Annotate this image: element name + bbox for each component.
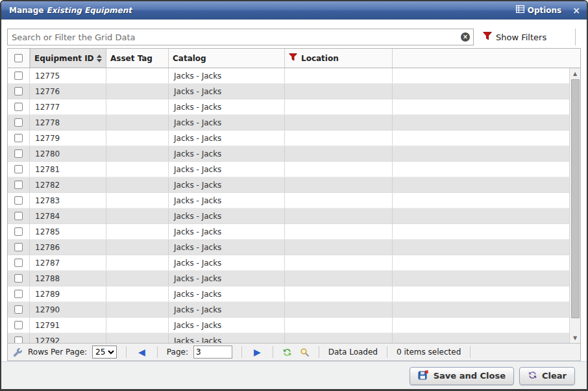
show-filters-button[interactable]: Show Filters xyxy=(483,32,546,42)
equipment-id-cell: 12776 xyxy=(30,84,106,99)
manage-equipment-dialog: Manage Existing Equipment Options × × xyxy=(0,0,588,391)
save-and-close-button[interactable]: Save and Close xyxy=(410,367,514,385)
column-header-catalog[interactable]: Catalog xyxy=(169,49,285,68)
column-header-asset-tag[interactable]: Asset Tag xyxy=(106,49,169,68)
asset-tag-cell xyxy=(106,68,169,83)
table-row[interactable]: 12775Jacks - Jacks xyxy=(8,68,569,84)
row-checkbox[interactable] xyxy=(14,196,23,205)
checkbox-cell xyxy=(8,68,30,83)
options-button[interactable]: Options xyxy=(516,5,562,15)
titlebar-controls: Options × xyxy=(516,5,580,15)
table-row[interactable]: 12780Jacks - Jacks xyxy=(8,146,569,162)
row-checkbox[interactable] xyxy=(14,87,23,95)
column-header-location[interactable]: Location xyxy=(285,49,393,68)
table-row[interactable]: 12778Jacks - Jacks xyxy=(8,115,569,131)
divider xyxy=(157,346,158,358)
table-row[interactable]: 12783Jacks - Jacks xyxy=(8,193,569,208)
status-loaded: Data Loaded xyxy=(328,347,378,357)
empty-cell xyxy=(393,115,569,130)
row-checkbox[interactable] xyxy=(14,103,23,111)
row-checkbox[interactable] xyxy=(14,321,23,329)
divider xyxy=(470,346,471,358)
asset-tag-cell xyxy=(106,115,169,130)
clear-button[interactable]: Clear xyxy=(519,367,575,385)
sort-icon[interactable] xyxy=(97,55,102,62)
asset-tag-cell xyxy=(106,255,169,270)
table-row[interactable]: 12792Jacks - Jacks xyxy=(8,333,569,343)
empty-cell xyxy=(393,255,569,270)
table-row[interactable]: 12784Jacks - Jacks xyxy=(8,208,569,224)
equipment-grid: Equipment ID Asset Tag Catalog Location xyxy=(7,48,581,361)
magnifier-icon[interactable] xyxy=(300,347,310,357)
empty-cell xyxy=(393,193,569,208)
row-checkbox[interactable] xyxy=(14,259,23,267)
catalog-cell: Jacks - Jacks xyxy=(169,333,285,343)
refresh-icon[interactable] xyxy=(282,347,292,357)
row-checkbox[interactable] xyxy=(14,212,23,220)
search-box: × xyxy=(7,29,474,45)
row-checkbox[interactable] xyxy=(14,243,23,251)
row-checkbox[interactable] xyxy=(14,305,23,314)
table-row[interactable]: 12782Jacks - Jacks xyxy=(8,177,569,193)
catalog-cell: Jacks - Jacks xyxy=(169,99,285,114)
row-checkbox[interactable] xyxy=(14,336,23,343)
catalog-cell: Jacks - Jacks xyxy=(169,255,285,270)
close-icon[interactable]: × xyxy=(572,6,580,15)
scroll-down-icon[interactable]: ▼ xyxy=(573,333,577,343)
empty-cell xyxy=(393,162,569,177)
checkbox-cell xyxy=(8,131,30,145)
row-checkbox[interactable] xyxy=(14,118,23,127)
wrench-icon[interactable] xyxy=(13,347,23,357)
scrollbar-thumb[interactable] xyxy=(571,79,580,318)
search-input[interactable] xyxy=(7,29,474,45)
status-items-selected: 0 items selected xyxy=(397,347,461,357)
title-emphasis: Existing Equipment xyxy=(47,6,132,15)
table-row[interactable]: 12787Jacks - Jacks xyxy=(8,255,569,271)
dialog-titlebar[interactable]: Manage Existing Equipment Options × xyxy=(1,1,587,19)
equipment-id-cell: 12775 xyxy=(30,68,106,83)
asset-tag-cell xyxy=(106,240,169,255)
empty-cell xyxy=(393,208,569,223)
select-all-header-cell xyxy=(8,49,30,68)
vertical-scrollbar[interactable]: ▲ ▼ xyxy=(569,68,580,343)
previous-page-button[interactable]: ◀ xyxy=(136,347,148,357)
row-checkbox[interactable] xyxy=(14,274,23,283)
row-checkbox[interactable] xyxy=(14,227,23,236)
empty-cell xyxy=(393,84,569,99)
catalog-cell: Jacks - Jacks xyxy=(169,271,285,286)
table-row[interactable]: 12788Jacks - Jacks xyxy=(8,271,569,286)
location-cell xyxy=(285,302,393,317)
table-row[interactable]: 12789Jacks - Jacks xyxy=(8,286,569,302)
select-all-checkbox[interactable] xyxy=(14,54,23,62)
table-row[interactable]: 12776Jacks - Jacks xyxy=(8,84,569,99)
table-row[interactable]: 12790Jacks - Jacks xyxy=(8,302,569,318)
row-checkbox[interactable] xyxy=(14,134,23,142)
table-row[interactable]: 12781Jacks - Jacks xyxy=(8,162,569,177)
divider xyxy=(387,346,387,358)
checkbox-cell xyxy=(8,271,30,286)
checkbox-cell xyxy=(8,333,30,343)
row-checkbox[interactable] xyxy=(14,165,23,173)
next-page-button[interactable]: ▶ xyxy=(251,347,263,357)
table-row[interactable]: 12777Jacks - Jacks xyxy=(8,99,569,115)
asset-tag-cell xyxy=(106,131,169,145)
column-header-equipment-id[interactable]: Equipment ID xyxy=(30,49,106,68)
row-checkbox[interactable] xyxy=(14,290,23,298)
table-row[interactable]: 12786Jacks - Jacks xyxy=(8,240,569,255)
page-label: Page: xyxy=(167,347,188,357)
page-number-input[interactable] xyxy=(193,346,232,359)
empty-cell xyxy=(393,99,569,114)
row-checkbox[interactable] xyxy=(14,181,23,189)
table-row[interactable]: 12791Jacks - Jacks xyxy=(8,318,569,333)
table-row[interactable]: 12785Jacks - Jacks xyxy=(8,224,569,240)
scroll-up-icon[interactable]: ▲ xyxy=(573,68,577,79)
empty-cell xyxy=(393,302,569,317)
page-title: Manage Existing Equipment xyxy=(9,6,516,15)
asset-tag-cell xyxy=(106,302,169,317)
rows-per-page-select[interactable]: 25 xyxy=(92,346,117,359)
table-row[interactable]: 12779Jacks - Jacks xyxy=(8,131,569,146)
row-checkbox[interactable] xyxy=(14,71,23,80)
clear-search-icon[interactable]: × xyxy=(461,32,470,42)
row-checkbox[interactable] xyxy=(14,149,23,158)
checkbox-cell xyxy=(8,240,30,255)
